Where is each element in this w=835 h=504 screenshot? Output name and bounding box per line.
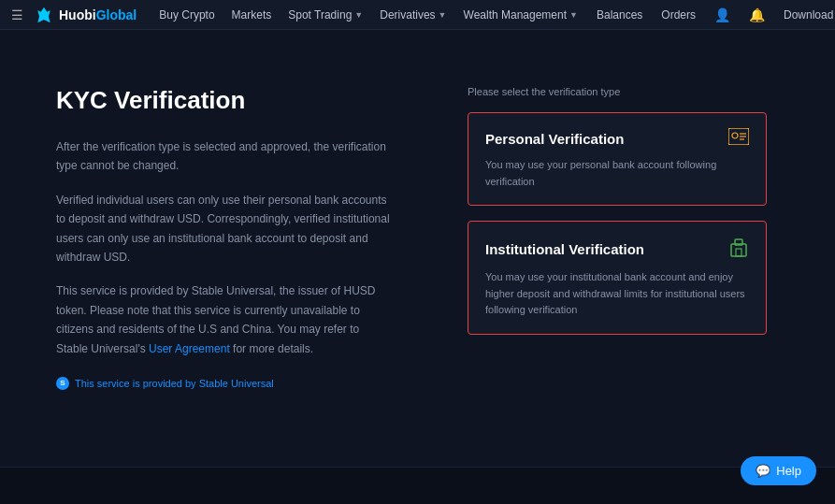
- main-content: KYC Verification After the verification …: [0, 30, 835, 504]
- navbar: ☰ HuobiGlobal Buy Crypto Markets Spot Tr…: [0, 0, 835, 30]
- nav-item-markets[interactable]: Markets: [224, 0, 280, 30]
- bell-icon: 🔔: [749, 7, 765, 22]
- institutional-verification-card[interactable]: Institutional Verification You may use y…: [468, 221, 767, 335]
- nav-right: Balances Orders 👤 🔔 Download English ▼: [589, 0, 835, 30]
- svg-point-1: [732, 133, 738, 138]
- nav-orders[interactable]: Orders: [654, 0, 703, 30]
- stable-universal-icon: S: [56, 377, 69, 390]
- svg-rect-7: [736, 249, 741, 256]
- logo-text: HuobiGlobal: [59, 7, 137, 22]
- right-section: Please select the verification type Pers…: [468, 86, 767, 467]
- kyc-desc-3: This service is provided by Stable Unive…: [56, 281, 393, 358]
- spot-trading-dropdown-arrow: ▼: [354, 10, 363, 20]
- logo[interactable]: HuobiGlobal: [35, 6, 137, 24]
- kyc-desc-1: After the verification type is selected …: [56, 137, 393, 176]
- derivatives-dropdown-arrow: ▼: [439, 10, 447, 20]
- nav-user-icon[interactable]: 👤: [707, 0, 738, 30]
- user-agreement-link[interactable]: User Agreement: [149, 342, 230, 355]
- nav-download[interactable]: Download: [776, 0, 835, 30]
- left-section: KYC Verification After the verification …: [56, 86, 393, 467]
- institutional-card-desc: You may use your institutional bank acco…: [485, 269, 749, 319]
- personal-card-header: Personal Verification: [485, 128, 749, 150]
- institutional-card-title: Institutional Verification: [485, 241, 644, 257]
- help-button[interactable]: 💬 Help: [741, 456, 816, 485]
- kyc-title: KYC Verification: [56, 86, 393, 115]
- kyc-desc-2: Verified individual users can only use t…: [56, 191, 393, 267]
- personal-verification-card[interactable]: Personal Verification You may use your p…: [468, 112, 767, 206]
- help-label: Help: [776, 464, 801, 478]
- verification-label: Please select the verification type: [468, 86, 767, 97]
- institutional-card-icon: [728, 237, 749, 262]
- logo-icon: [35, 6, 53, 24]
- nav-item-wealth-management[interactable]: Wealth Management ▼: [456, 0, 585, 30]
- nav-item-derivatives[interactable]: Derivatives ▼: [372, 0, 453, 30]
- nav-item-buy-crypto[interactable]: Buy Crypto: [151, 0, 222, 30]
- wealth-management-dropdown-arrow: ▼: [569, 10, 578, 20]
- footer-area: [0, 467, 835, 504]
- user-icon: 👤: [714, 7, 730, 22]
- help-icon: 💬: [756, 464, 770, 478]
- institutional-card-header: Institutional Verification: [485, 237, 749, 262]
- personal-card-icon: [728, 128, 749, 150]
- nav-links: Buy Crypto Markets Spot Trading ▼ Deriva…: [151, 0, 585, 30]
- svg-rect-5: [731, 244, 746, 256]
- personal-card-desc: You may use your personal bank account f…: [485, 157, 749, 190]
- service-badge: S This service is provided by Stable Uni…: [56, 377, 393, 390]
- hamburger-icon[interactable]: ☰: [11, 7, 23, 22]
- nav-balances[interactable]: Balances: [589, 0, 650, 30]
- nav-item-spot-trading[interactable]: Spot Trading ▼: [281, 0, 370, 30]
- nav-bell-icon[interactable]: 🔔: [741, 0, 772, 30]
- personal-card-title: Personal Verification: [485, 131, 624, 147]
